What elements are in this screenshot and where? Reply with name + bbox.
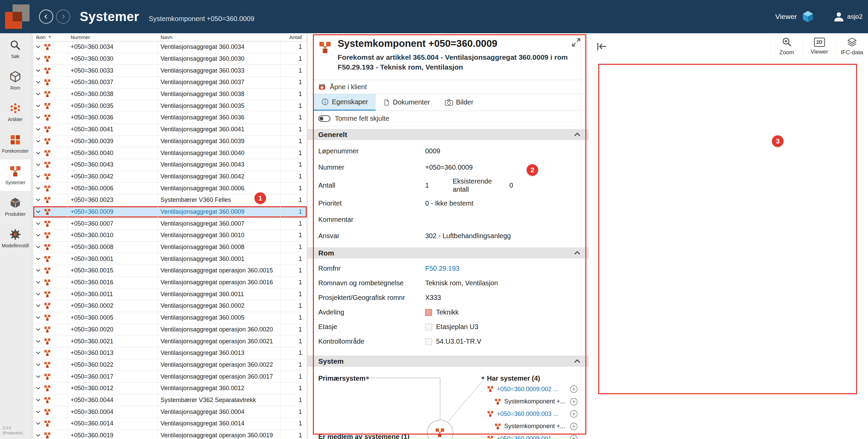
add-relation-button[interactable] bbox=[570, 422, 578, 432]
expand-chevron-icon[interactable] bbox=[36, 316, 40, 319]
zoom-tool[interactable]: Zoom bbox=[770, 33, 803, 59]
table-row[interactable]: +050=360.0036 Ventilasjonsaggregat 360.0… bbox=[33, 112, 307, 124]
table-row[interactable]: +050=360.0016 Ventilasjonsaggregat opera… bbox=[33, 277, 307, 289]
ifc-data-tool[interactable]: IFC-data bbox=[835, 33, 868, 59]
table-row[interactable]: +050=360.0033 Ventilasjonsaggregat 360.0… bbox=[33, 65, 307, 77]
table-row[interactable]: +050=360.0017 Ventilasjonsaggregat opera… bbox=[33, 371, 307, 383]
expand-chevron-icon[interactable] bbox=[36, 187, 40, 190]
table-row[interactable]: +050=360.0040 Ventilasjonsaggregat 360.0… bbox=[33, 147, 307, 159]
expand-chevron-icon[interactable] bbox=[36, 234, 40, 237]
expand-chevron-icon[interactable] bbox=[36, 116, 40, 119]
back-button[interactable] bbox=[39, 9, 53, 24]
har-system-item[interactable]: Systemkomponent +... bbox=[487, 396, 578, 408]
expand-chevron-icon[interactable] bbox=[36, 57, 40, 60]
table-row[interactable]: +050=360.0008 Ventilasjonsaggregat 360.0… bbox=[33, 242, 307, 253]
tab-egenskaper[interactable]: Egenskaper bbox=[314, 94, 376, 111]
expand-chevron-icon[interactable] bbox=[36, 434, 40, 437]
har-system-item[interactable]: Systemkomponent +... bbox=[487, 420, 578, 433]
table-row[interactable]: +050=360.0037 Ventilasjonsaggregat 360.0… bbox=[33, 77, 307, 89]
table-row[interactable]: +050=360.0004 Ventilasjonsaggregat 360.0… bbox=[33, 406, 307, 418]
expand-chevron-icon[interactable] bbox=[36, 69, 40, 72]
fullscreen-icon[interactable] bbox=[571, 37, 581, 47]
table-row[interactable]: +050=360.0002 Ventilasjonsaggregat 360.0… bbox=[33, 300, 307, 312]
table-row[interactable]: +050=360.0015 Ventilasjonsaggregat opera… bbox=[33, 265, 307, 277]
sidebar-item-systemer[interactable]: Systemer bbox=[0, 159, 31, 191]
user-menu[interactable]: asjo2 bbox=[833, 11, 863, 22]
add-relation-button[interactable] bbox=[570, 435, 578, 439]
expand-chevron-icon[interactable] bbox=[36, 45, 40, 49]
table-row[interactable]: +050=360.0022 Ventilasjonsaggregat opera… bbox=[33, 359, 307, 371]
sidebar-item-forekomster[interactable]: Forekomster bbox=[0, 128, 31, 159]
chevron-up-icon[interactable] bbox=[574, 251, 581, 255]
table-row[interactable]: +050=360.0012 Ventilasjonsaggregat 360.0… bbox=[33, 383, 307, 395]
expand-chevron-icon[interactable] bbox=[36, 246, 40, 249]
expand-chevron-icon[interactable] bbox=[36, 104, 40, 108]
expand-chevron-icon[interactable] bbox=[36, 269, 40, 272]
table-row[interactable]: +050=360.0039 Ventilasjonsaggregat 360.0… bbox=[33, 136, 307, 148]
expand-chevron-icon[interactable] bbox=[36, 351, 40, 355]
expand-chevron-icon[interactable] bbox=[36, 140, 40, 143]
expand-chevron-icon[interactable] bbox=[36, 340, 40, 343]
expand-chevron-icon[interactable] bbox=[36, 257, 40, 261]
add-relation-button[interactable] bbox=[570, 385, 578, 395]
table-row[interactable]: +050=360.0021 Ventilasjonsaggregat opera… bbox=[33, 336, 307, 347]
har-system-label[interactable]: Systemkomponent +... bbox=[504, 423, 565, 430]
expand-chevron-icon[interactable] bbox=[36, 93, 40, 96]
expand-chevron-icon[interactable] bbox=[36, 81, 40, 84]
har-system-label[interactable]: +050=360.0009:001 bbox=[497, 435, 551, 439]
table-row[interactable]: +050=360.0044 Systembærer V362 Separatav… bbox=[33, 395, 307, 406]
chevron-up-icon[interactable] bbox=[574, 359, 581, 363]
sidebar-item-artikler[interactable]: Artikler bbox=[0, 96, 31, 128]
table-row[interactable]: +050=360.0041 Ventilasjonsaggregat 360.0… bbox=[33, 124, 307, 136]
expand-chevron-icon[interactable] bbox=[36, 198, 40, 202]
column-header-navn[interactable]: Navn bbox=[158, 34, 281, 40]
expand-chevron-icon[interactable] bbox=[36, 163, 40, 166]
table-row[interactable]: +050=360.0006 Ventilasjonsaggregat 360.0… bbox=[33, 183, 307, 194]
table-row[interactable]: +050=360.0007 Ventilasjonsaggregat 360.0… bbox=[33, 218, 307, 230]
sidebar-item-rom[interactable]: Rom bbox=[0, 65, 31, 96]
expand-chevron-icon[interactable] bbox=[36, 210, 40, 213]
sidebar-item-produkter[interactable]: Produkter bbox=[0, 191, 31, 223]
expand-chevron-icon[interactable] bbox=[36, 128, 40, 131]
section-header-rom[interactable]: Rom bbox=[308, 247, 589, 259]
table-row[interactable]: +050=360.0014 Ventilasjonsaggregat 360.0… bbox=[33, 418, 307, 430]
column-header-ikon[interactable]: Ikon bbox=[33, 34, 68, 40]
viewer-mode-button[interactable]: Viewer bbox=[775, 10, 815, 23]
2d-viewer-tool[interactable]: 2D Viewer bbox=[803, 33, 835, 59]
table-row[interactable]: +050=360.0009 Ventilasjonsaggregat 360.0… bbox=[33, 206, 307, 218]
expand-chevron-icon[interactable] bbox=[36, 304, 40, 307]
field-romfnr-link[interactable]: F50.29.193 bbox=[425, 265, 459, 272]
section-header-generelt[interactable]: Generelt bbox=[308, 129, 589, 140]
chevron-up-icon[interactable] bbox=[574, 132, 581, 137]
expand-chevron-icon[interactable] bbox=[36, 152, 40, 155]
table-row[interactable]: +050=360.0042 Ventilasjonsaggregat 360.0… bbox=[33, 171, 307, 183]
sidebar-item-sok[interactable]: Søk bbox=[0, 33, 31, 65]
table-row[interactable]: +050=360.0038 Ventilasjonsaggregat 360.0… bbox=[33, 89, 307, 100]
empty-fields-toggle[interactable]: Tomme felt skjulte bbox=[308, 111, 589, 127]
expand-chevron-icon[interactable] bbox=[36, 293, 40, 296]
har-system-label[interactable]: +050=360.0009:003 ... bbox=[497, 411, 558, 418]
expand-chevron-icon[interactable] bbox=[36, 363, 40, 366]
table-row[interactable]: +050=360.0020 Ventilasjonsaggregat opera… bbox=[33, 324, 307, 336]
expand-chevron-icon[interactable] bbox=[36, 411, 40, 414]
expand-chevron-icon[interactable] bbox=[36, 422, 40, 425]
har-system-label[interactable]: Systemkomponent +... bbox=[504, 398, 565, 405]
open-in-client-button[interactable]: Åpne i klient bbox=[308, 80, 589, 94]
table-row[interactable]: +050=360.0011 Ventilasjonsaggregat 360.0… bbox=[33, 288, 307, 300]
table-row[interactable]: +050=360.0005 Ventilasjonsaggregat 360.0… bbox=[33, 312, 307, 324]
table-row[interactable]: +050=360.0034 Ventilasjonsaggregat 360.0… bbox=[33, 41, 307, 53]
add-relation-button[interactable] bbox=[570, 398, 578, 407]
etasje-checkbox[interactable] bbox=[425, 324, 432, 330]
tab-bilder[interactable]: Bilder bbox=[437, 94, 481, 111]
column-header-nummer[interactable]: Nummer bbox=[68, 34, 158, 40]
table-row[interactable]: +050=360.0010 Ventilasjonsaggregat 360.0… bbox=[33, 230, 307, 242]
kontrollomrade-checkbox[interactable] bbox=[425, 338, 432, 345]
tab-dokumenter[interactable]: Dokumenter bbox=[376, 94, 437, 111]
table-row[interactable]: +050=360.0013 Ventilasjonsaggregat 360.0… bbox=[33, 347, 307, 359]
expand-chevron-icon[interactable] bbox=[36, 387, 40, 390]
table-row[interactable]: +050=360.0001 Ventilasjonsaggregat 360.0… bbox=[33, 253, 307, 265]
column-header-antall[interactable]: Antall bbox=[281, 34, 307, 40]
forward-button[interactable] bbox=[56, 9, 70, 24]
har-system-label[interactable]: +050=360.0009:002 ... bbox=[497, 386, 558, 393]
sidebar-item-modellinnstill[interactable]: Modellinnstill bbox=[0, 223, 31, 254]
